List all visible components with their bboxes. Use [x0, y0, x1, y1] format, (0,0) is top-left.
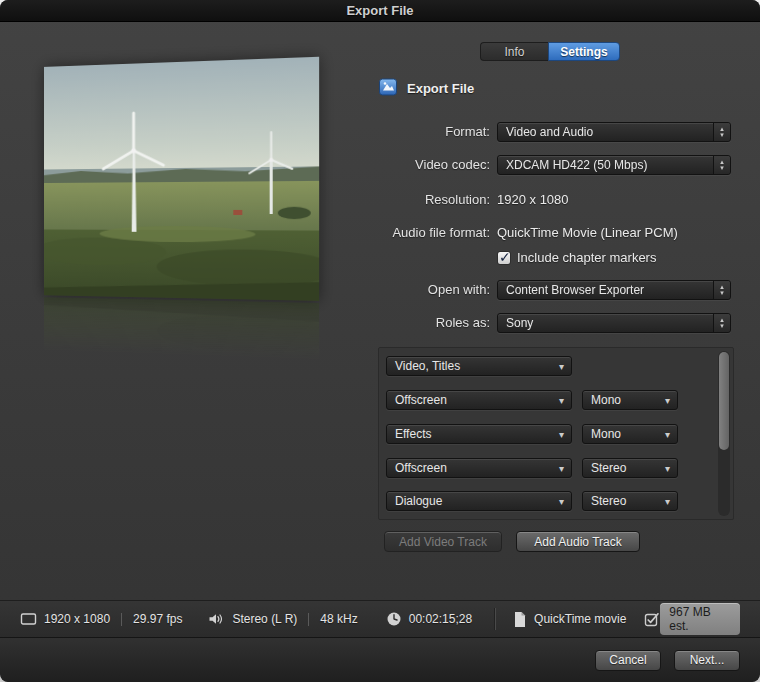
channel-select-row2[interactable]: Mono	[582, 390, 678, 410]
channel-value: Mono	[591, 393, 621, 407]
status-filetype: QuickTime movie	[534, 612, 626, 626]
status-audio-channels: Stereo (L R)	[232, 612, 297, 626]
status-resolution: 1920 x 1080	[44, 612, 110, 626]
roles-as-label: Roles as:	[300, 313, 490, 333]
checkbox-check-icon	[644, 611, 660, 627]
clock-icon	[386, 611, 402, 627]
cancel-button[interactable]: Cancel	[595, 650, 661, 671]
channel-select-row3[interactable]: Mono	[582, 424, 678, 444]
stepper-arrows-icon	[713, 281, 730, 299]
chevron-down-icon	[559, 359, 564, 373]
role-select-row5[interactable]: Dialogue	[386, 491, 572, 511]
panel-title: Export File	[407, 81, 474, 96]
channel-select-row4[interactable]: Stereo	[582, 458, 678, 478]
status-audio-rate: 48 kHz	[320, 612, 357, 626]
stepper-arrows-icon	[713, 123, 730, 141]
tab-settings[interactable]: Settings	[548, 42, 620, 61]
stepper-arrows-icon	[713, 156, 730, 174]
status-duration: 00:02:15;28	[409, 612, 472, 626]
status-bar: 1920 x 1080 29.97 fps Stereo (L R) 48 kH…	[0, 600, 760, 637]
role-value: Effects	[395, 427, 431, 441]
audio-status: Stereo (L R) 48 kHz	[208, 611, 357, 627]
role-value: Offscreen	[395, 461, 447, 475]
chevron-down-icon	[665, 427, 670, 441]
preview-image	[44, 57, 319, 301]
preview-reflection	[44, 297, 319, 367]
export-file-icon	[379, 78, 397, 96]
add-audio-track-button[interactable]: Add Audio Track	[516, 531, 640, 552]
frame-icon	[20, 611, 37, 627]
document-icon	[513, 611, 527, 628]
divider	[308, 613, 309, 626]
duration-status: 00:02:15;28	[386, 611, 472, 627]
action-bar: Cancel Next...	[0, 637, 760, 682]
channel-value: Stereo	[591, 461, 626, 475]
roles-as-value: Sony	[506, 316, 533, 330]
chevron-down-icon	[559, 393, 564, 407]
format-value: Video and Audio	[506, 125, 593, 139]
chevron-down-icon	[559, 461, 564, 475]
roles-scrollbar[interactable]	[718, 351, 730, 516]
format-label: Format:	[300, 122, 490, 142]
file-size-estimate-badge: 967 MB est.	[660, 603, 740, 635]
channel-value: Mono	[591, 427, 621, 441]
status-fps: 29.97 fps	[133, 612, 182, 626]
tab-bar: Info Settings	[480, 42, 620, 61]
role-value: Video, Titles	[395, 359, 460, 373]
stepper-arrows-icon	[713, 314, 730, 332]
chevron-down-icon	[665, 393, 670, 407]
channel-value: Stereo	[591, 494, 626, 508]
filetype-status: QuickTime movie	[513, 611, 626, 628]
export-dialog: Export File Info Settings	[0, 0, 760, 682]
divider	[121, 613, 122, 626]
role-select-row4[interactable]: Offscreen	[386, 458, 572, 478]
open-with-label: Open with:	[300, 280, 490, 300]
add-video-track-button[interactable]: Add Video Track	[384, 531, 502, 552]
resolution-status: 1920 x 1080 29.97 fps	[20, 611, 182, 627]
share-monitor[interactable]	[644, 611, 660, 627]
video-preview	[44, 57, 319, 372]
chevron-down-icon	[559, 494, 564, 508]
titlebar[interactable]: Export File	[0, 0, 760, 22]
role-value: Offscreen	[395, 393, 447, 407]
next-button[interactable]: Next...	[674, 650, 740, 671]
tab-info[interactable]: Info	[480, 42, 548, 61]
video-codec-label: Video codec:	[300, 155, 490, 175]
role-select-video-titles[interactable]: Video, Titles	[386, 356, 572, 376]
video-codec-value: XDCAM HD422 (50 Mbps)	[506, 158, 647, 172]
divider	[494, 608, 495, 630]
speaker-icon	[208, 611, 225, 627]
video-codec-select[interactable]: XDCAM HD422 (50 Mbps)	[497, 155, 731, 175]
audio-format-label: Audio file format:	[300, 223, 490, 243]
audio-format-value: QuickTime Movie (Linear PCM)	[497, 223, 678, 243]
open-with-value: Content Browser Exporter	[506, 283, 644, 297]
roles-list: Video, Titles Offscreen Mono Effects Mon…	[378, 347, 734, 520]
chevron-down-icon	[665, 461, 670, 475]
open-with-select[interactable]: Content Browser Exporter	[497, 280, 731, 300]
role-select-row3[interactable]: Effects	[386, 424, 572, 444]
roles-as-select[interactable]: Sony	[497, 313, 731, 333]
format-select[interactable]: Video and Audio	[497, 122, 731, 142]
scrollbar-thumb[interactable]	[719, 352, 729, 450]
include-chapter-markers-label: Include chapter markers	[517, 250, 656, 266]
role-value: Dialogue	[395, 494, 442, 508]
resolution-label: Resolution:	[300, 190, 490, 210]
window-title: Export File	[346, 3, 413, 18]
include-chapter-markers-checkbox[interactable]	[497, 251, 511, 265]
chevron-down-icon	[665, 494, 670, 508]
role-select-row2[interactable]: Offscreen	[386, 390, 572, 410]
resolution-value: 1920 x 1080	[497, 190, 569, 210]
chevron-down-icon	[559, 427, 564, 441]
channel-select-row5[interactable]: Stereo	[582, 491, 678, 511]
